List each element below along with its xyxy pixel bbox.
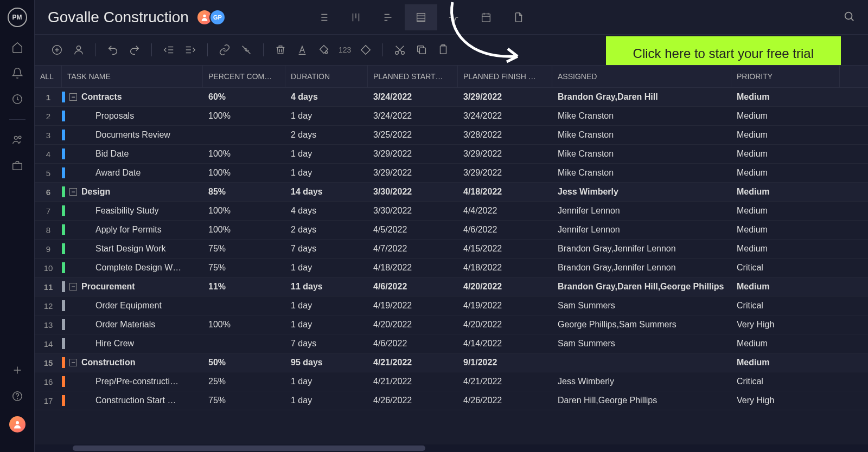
calendar-view-icon[interactable] bbox=[470, 4, 502, 30]
cell-duration[interactable]: 1 day bbox=[285, 107, 368, 125]
task-cell[interactable]: Start Design Work bbox=[62, 240, 203, 258]
task-cell[interactable]: Hire Crew bbox=[62, 334, 203, 353]
collapse-icon[interactable]: − bbox=[69, 283, 77, 290]
table-row[interactable]: 3Documents Review2 days3/25/20223/28/202… bbox=[35, 126, 868, 145]
cell-finish[interactable]: 3/29/2022 bbox=[458, 145, 552, 163]
table-row[interactable]: 16Prep/Pre-constructi…25%1 day4/21/20224… bbox=[35, 372, 868, 391]
cell-finish[interactable]: 4/19/2022 bbox=[458, 296, 552, 315]
cell-priority[interactable]: Very High bbox=[731, 315, 840, 334]
table-row[interactable]: 14Hire Crew7 days4/6/20224/14/2022Sam Su… bbox=[35, 334, 868, 353]
milestone-icon[interactable] bbox=[356, 41, 375, 59]
table-row[interactable]: 11−Procurement11%11 days4/6/20224/20/202… bbox=[35, 277, 868, 296]
task-cell[interactable]: Complete Design W… bbox=[62, 259, 203, 277]
task-cell[interactable]: Feasibility Study bbox=[62, 202, 203, 220]
cell-percent[interactable]: 75% bbox=[203, 240, 285, 258]
cell-finish[interactable]: 3/28/2022 bbox=[458, 126, 552, 144]
cell-assigned[interactable]: Brandon Gray,Jennifer Lennon bbox=[552, 259, 731, 277]
number-format[interactable]: 123 bbox=[336, 46, 353, 54]
cell-percent[interactable] bbox=[203, 334, 285, 353]
cell-assigned[interactable]: Daren Hill,George Phillips bbox=[552, 391, 731, 410]
col-percent[interactable]: PERCENT COM… bbox=[203, 66, 285, 87]
cell-start[interactable]: 3/24/2022 bbox=[368, 107, 458, 125]
notifications-icon[interactable] bbox=[11, 67, 23, 79]
cell-assigned[interactable]: Jennifer Lennon bbox=[552, 202, 731, 220]
delete-icon[interactable] bbox=[271, 41, 290, 59]
cell-duration[interactable]: 1 day bbox=[285, 164, 368, 182]
cell-priority[interactable]: Medium bbox=[731, 126, 840, 144]
cell-duration[interactable]: 4 days bbox=[285, 88, 368, 106]
board-view-icon[interactable] bbox=[340, 4, 372, 30]
cell-start[interactable]: 4/21/2022 bbox=[368, 353, 458, 372]
cell-finish[interactable]: 4/15/2022 bbox=[458, 240, 552, 258]
add-task-icon[interactable] bbox=[48, 41, 66, 59]
copy-icon[interactable] bbox=[412, 41, 431, 59]
task-cell[interactable]: Apply for Permits bbox=[62, 221, 203, 239]
cell-finish[interactable]: 4/20/2022 bbox=[458, 315, 552, 334]
cell-percent[interactable]: 100% bbox=[203, 315, 285, 334]
cell-percent[interactable]: 100% bbox=[203, 107, 285, 125]
task-cell[interactable]: −Construction bbox=[62, 353, 203, 372]
table-row[interactable]: 7Feasibility Study100%4 days3/30/20224/4… bbox=[35, 202, 868, 221]
cell-assigned[interactable]: Mike Cranston bbox=[552, 164, 731, 182]
col-finish[interactable]: PLANNED FINISH … bbox=[458, 66, 552, 87]
cell-duration[interactable]: 1 day bbox=[285, 259, 368, 277]
home-icon[interactable] bbox=[11, 41, 23, 53]
collapse-icon[interactable]: − bbox=[69, 359, 77, 366]
cell-percent[interactable]: 50% bbox=[203, 353, 285, 372]
cell-percent[interactable]: 75% bbox=[203, 259, 285, 277]
cell-percent[interactable]: 11% bbox=[203, 277, 285, 296]
cell-assigned[interactable]: George Phillips,Sam Summers bbox=[552, 315, 731, 334]
cell-priority[interactable]: Medium bbox=[731, 107, 840, 125]
cell-assigned[interactable] bbox=[552, 353, 731, 372]
task-cell[interactable]: −Design bbox=[62, 183, 203, 201]
cell-priority[interactable]: Medium bbox=[731, 334, 840, 353]
unlink-icon[interactable] bbox=[237, 41, 256, 59]
cell-priority[interactable]: Critical bbox=[731, 296, 840, 315]
fill-color-icon[interactable] bbox=[315, 41, 333, 59]
cell-priority[interactable]: Medium bbox=[731, 221, 840, 239]
cell-assigned[interactable]: Mike Cranston bbox=[552, 145, 731, 163]
cell-start[interactable]: 4/26/2022 bbox=[368, 391, 458, 410]
task-cell[interactable]: −Contracts bbox=[62, 88, 203, 106]
cell-assigned[interactable]: Brandon Gray,Daren Hill,George Phillips bbox=[552, 277, 731, 296]
table-row[interactable]: 1−Contracts60%4 days3/24/20223/29/2022Br… bbox=[35, 88, 868, 107]
collapse-icon[interactable]: − bbox=[69, 188, 77, 196]
avatar-2[interactable]: GP bbox=[209, 9, 226, 25]
cell-start[interactable]: 3/29/2022 bbox=[368, 145, 458, 163]
cell-start[interactable]: 4/6/2022 bbox=[368, 277, 458, 296]
cell-start[interactable]: 4/5/2022 bbox=[368, 221, 458, 239]
table-row[interactable]: 10Complete Design W…75%1 day4/18/20224/1… bbox=[35, 259, 868, 277]
cell-assigned[interactable]: Jess Wimberly bbox=[552, 183, 731, 201]
col-start[interactable]: PLANNED START… bbox=[368, 66, 458, 87]
help-icon[interactable] bbox=[11, 390, 23, 402]
app-logo[interactable]: PM bbox=[8, 8, 27, 27]
table-row[interactable]: 4Bid Date100%1 day3/29/20223/29/2022Mike… bbox=[35, 145, 868, 164]
cell-percent[interactable] bbox=[203, 296, 285, 315]
cell-start[interactable]: 4/21/2022 bbox=[368, 372, 458, 391]
table-row[interactable]: 9Start Design Work75%7 days4/7/20224/15/… bbox=[35, 240, 868, 259]
task-cell[interactable]: Construction Start … bbox=[62, 391, 203, 410]
cell-duration[interactable]: 95 days bbox=[285, 353, 368, 372]
task-cell[interactable]: −Procurement bbox=[62, 277, 203, 296]
cell-priority[interactable]: Medium bbox=[731, 88, 840, 106]
cell-percent[interactable]: 75% bbox=[203, 391, 285, 410]
cell-duration[interactable]: 7 days bbox=[285, 240, 368, 258]
task-cell[interactable]: Award Date bbox=[62, 164, 203, 182]
cell-priority[interactable]: Medium bbox=[731, 164, 840, 182]
cell-priority[interactable]: Critical bbox=[731, 372, 840, 391]
cell-start[interactable]: 4/19/2022 bbox=[368, 296, 458, 315]
team-icon[interactable] bbox=[11, 134, 23, 146]
gantt-view-icon[interactable] bbox=[372, 4, 405, 30]
cell-start[interactable]: 3/29/2022 bbox=[368, 164, 458, 182]
cell-finish[interactable]: 4/4/2022 bbox=[458, 202, 552, 220]
cell-start[interactable]: 4/6/2022 bbox=[368, 334, 458, 353]
add-icon[interactable] bbox=[11, 364, 23, 376]
cell-finish[interactable]: 4/26/2022 bbox=[458, 391, 552, 410]
cell-start[interactable]: 3/25/2022 bbox=[368, 126, 458, 144]
cell-duration[interactable]: 2 days bbox=[285, 221, 368, 239]
task-cell[interactable]: Bid Date bbox=[62, 145, 203, 163]
task-cell[interactable]: Order Materials bbox=[62, 315, 203, 334]
redo-icon[interactable] bbox=[125, 41, 144, 59]
cell-priority[interactable]: Medium bbox=[731, 277, 840, 296]
col-assigned[interactable]: ASSIGNED bbox=[552, 66, 731, 87]
